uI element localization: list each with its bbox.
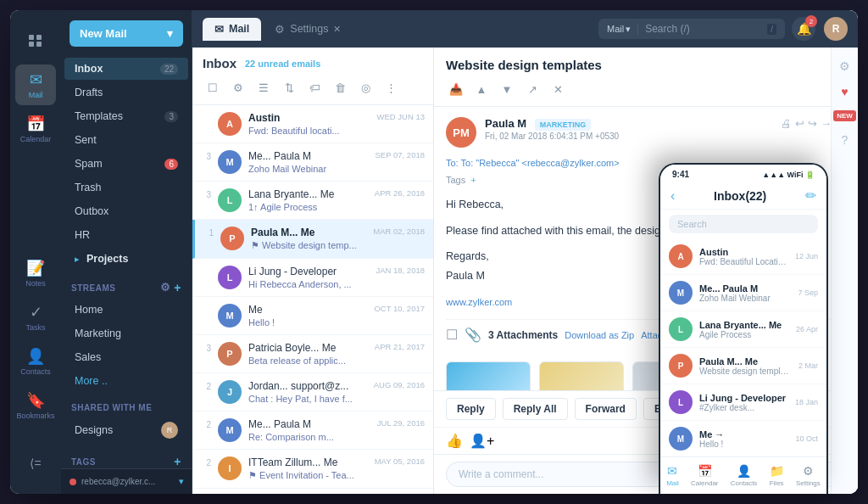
- mobile-email-item[interactable]: P Paula M... Me Website design templates…: [660, 348, 826, 384]
- person-add-icon[interactable]: 👤+: [470, 433, 494, 449]
- email-list-item[interactable]: 1 P Paula M... Me ⚑ Website design temp.…: [192, 220, 433, 259]
- download-zip-link[interactable]: Download as Zip: [565, 330, 634, 340]
- sidebar-icon-mail[interactable]: ✉ Mail: [15, 64, 56, 105]
- email-list-item[interactable]: 3 L Lana Bryante... Me 1↑ Agile Process …: [192, 182, 433, 220]
- sidebar-icon-calendar[interactable]: 📅 Calendar: [15, 109, 56, 149]
- sidebar-item-drafts[interactable]: Drafts: [64, 81, 188, 104]
- tags-add-icon[interactable]: +: [470, 175, 476, 185]
- email-num: 2: [201, 458, 211, 481]
- mobile-email-item[interactable]: M Me... Paula M Zoho Mail Webinar 7 Sep: [660, 275, 826, 311]
- sidebar-item-sales[interactable]: Sales: [64, 346, 188, 368]
- sidebar-item-projects[interactable]: ▸ Projects: [64, 248, 188, 270]
- mobile-email-item[interactable]: L Li Jung - Developer #Zylker desk... 18…: [660, 384, 826, 421]
- sort-btn[interactable]: ⇅: [279, 77, 299, 98]
- notification-button[interactable]: 🔔 2: [792, 17, 815, 41]
- sidebar-item-more[interactable]: More ..: [64, 370, 188, 392]
- mobile-sender: Me... Paula M: [699, 283, 791, 294]
- sidebar-item-home[interactable]: Home: [64, 299, 188, 321]
- tags-add-icon[interactable]: +: [174, 455, 181, 468]
- sidebar-item-templates[interactable]: Templates 3: [64, 105, 188, 127]
- view-btn[interactable]: ☰: [253, 77, 274, 98]
- sidebar-icon-notes[interactable]: 📝 Notes: [15, 253, 56, 294]
- mobile-tab-settings[interactable]: ⚙ Settings: [796, 464, 821, 487]
- forward-button[interactable]: Forward: [575, 398, 637, 420]
- filter-btn[interactable]: ⚙: [228, 77, 248, 98]
- mobile-subject: Agile Process: [699, 330, 789, 339]
- delete-btn[interactable]: 🗑: [330, 77, 350, 98]
- email-content: Me Hello !: [248, 304, 367, 328]
- mobile-email-item[interactable]: L Lana Bryante... Me Agile Process 26 Ap…: [660, 311, 826, 348]
- sidebar-icon-tasks[interactable]: ✓ Tasks: [15, 297, 56, 338]
- email-content: ITTeam Zillum... Me ⚑ Event Invitation -…: [248, 456, 368, 481]
- sidebar-item-trash[interactable]: Trash: [64, 176, 188, 199]
- mobile-compose-button[interactable]: ✏: [805, 188, 816, 204]
- mobile-email-item[interactable]: A Austin Fwd: Beautiful Locations 12 Jun: [660, 238, 826, 275]
- detail-archive-btn[interactable]: 📥: [446, 79, 466, 99]
- tab-mail[interactable]: ✉ Mail: [203, 18, 261, 41]
- new-mail-button[interactable]: New Mail ▾: [70, 20, 183, 47]
- sidebar-icon-collapse[interactable]: ⟨=: [15, 443, 56, 484]
- sidebar-item-designs[interactable]: Designs R: [64, 417, 188, 444]
- user-bar[interactable]: rebecca@zylker.c... ▾: [61, 468, 192, 494]
- mobile-tab-calendar[interactable]: 📅 Calendar: [691, 464, 718, 487]
- detail-expand-btn[interactable]: ↗: [522, 79, 542, 99]
- mobile-date: 12 Jun: [795, 252, 818, 260]
- mobile-avatar: M: [669, 281, 693, 305]
- streams-add-icon[interactable]: +: [174, 281, 181, 294]
- streams-settings-icon[interactable]: ⚙: [160, 281, 171, 294]
- email-list-item[interactable]: 2 I ITTeam Zillum... Me ⚑ Event Invitati…: [192, 450, 433, 489]
- email-list-item[interactable]: 2 J Jordan... support@z... Chat : Hey Pa…: [192, 373, 433, 412]
- search-scope-dropdown[interactable]: Mail ▾: [607, 24, 638, 35]
- detail-down-btn[interactable]: ▼: [497, 79, 517, 99]
- tab-settings[interactable]: ⚙ Settings ✕: [263, 18, 353, 41]
- tab-bar: ✉ Mail ⚙ Settings ✕: [203, 18, 353, 41]
- mobile-tab-contacts[interactable]: 👤 Contacts: [731, 464, 758, 487]
- panel-question-icon[interactable]: ?: [842, 133, 849, 147]
- sidebar-item-marketing[interactable]: Marketing: [64, 322, 188, 344]
- panel-favorite-icon[interactable]: ♥: [841, 85, 848, 98]
- checkbox-icon[interactable]: ☐: [446, 327, 458, 343]
- select-all-btn[interactable]: ☐: [203, 77, 223, 98]
- detail-replyall-icon[interactable]: ↪: [808, 117, 817, 130]
- more-btn[interactable]: ⋮: [381, 77, 401, 98]
- email-subject: ⚑ Website design temp...: [251, 240, 366, 251]
- thumbsup-icon[interactable]: 👍: [446, 433, 463, 449]
- sidebar-item-sent[interactable]: Sent: [64, 129, 188, 151]
- attachment-creative2[interactable]: Creative 2.png 20.3 KB: [539, 361, 624, 390]
- email-date: AUG 09, 2016: [374, 380, 425, 389]
- mobile-tab-mail[interactable]: ✉ Mail: [666, 464, 679, 487]
- email-date: MAY 05, 2016: [375, 456, 425, 466]
- sidebar-item-hr[interactable]: HR: [64, 224, 188, 246]
- email-list-item[interactable]: L Li Jung - Developer Hi Rebecca Anderso…: [192, 259, 433, 297]
- attachment-creative1[interactable]: Creative 1.png 20.3 KB: [446, 361, 531, 390]
- detail-up-btn[interactable]: ▲: [471, 79, 492, 99]
- detail-print-icon[interactable]: 🖨: [781, 117, 792, 130]
- sidebar-item-outbox[interactable]: Outbox: [64, 200, 188, 222]
- search-input[interactable]: Search (/): [645, 23, 762, 35]
- detail-close-btn[interactable]: ✕: [548, 79, 568, 99]
- reply-all-button[interactable]: Reply All: [503, 398, 568, 420]
- sidebar-icon-contacts[interactable]: 👤 Contacts: [15, 341, 56, 382]
- email-num: [201, 114, 211, 136]
- user-avatar-button[interactable]: R: [824, 17, 848, 41]
- read-btn[interactable]: ◎: [355, 77, 376, 98]
- email-list-item[interactable]: 2 M Me... Paula M Re: Comparison m... JU…: [192, 412, 433, 450]
- sidebar-item-spam[interactable]: Spam 6: [64, 153, 188, 175]
- sidebar-icon-bookmarks[interactable]: 🔖 Bookmarks: [15, 385, 56, 426]
- mobile-email-item[interactable]: M Me → Hello ! 10 Oct: [660, 421, 826, 457]
- panel-settings-icon[interactable]: ⚙: [839, 59, 850, 73]
- email-list-item[interactable]: A Austin Fwd: Beautiful locati... WED JU…: [192, 105, 433, 143]
- reply-button[interactable]: Reply: [446, 398, 496, 420]
- sidebar-icon-apps[interactable]: [15, 20, 56, 61]
- tab-close-icon[interactable]: ✕: [333, 24, 341, 35]
- email-list-item[interactable]: 3 P Patricia Boyle... Me Beta release of…: [192, 335, 433, 373]
- detail-reply-icon[interactable]: ↩: [795, 117, 804, 130]
- tag-btn[interactable]: 🏷: [304, 77, 325, 98]
- email-list-item[interactable]: 3 M Me... Paula M Zoho Mail Webinar SEP …: [192, 143, 433, 182]
- mobile-tab-files[interactable]: 📁 Files: [770, 464, 784, 487]
- email-list-item[interactable]: M Me Hello ! OCT 10, 2017: [192, 297, 433, 335]
- mobile-search-input[interactable]: Search: [669, 215, 818, 233]
- user-menu-icon[interactable]: ▾: [179, 476, 184, 487]
- email-list-item[interactable]: 6 Z Zombie Cutters... Ie... App Discount…: [192, 489, 433, 494]
- sidebar-item-inbox[interactable]: Inbox 22: [64, 58, 188, 80]
